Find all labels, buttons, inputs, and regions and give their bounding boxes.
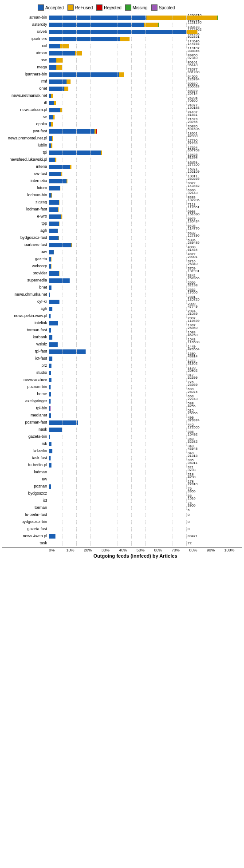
bar-row: wsisiz1165881449 <box>2 341 242 348</box>
bar-row: news.promontel.net.pl4203817790 <box>2 135 242 142</box>
bars-area <box>49 420 186 425</box>
bar-accepted <box>49 357 52 361</box>
bar-accepted <box>49 129 94 134</box>
bar-accepted <box>49 200 59 205</box>
bar-refused <box>55 158 56 162</box>
bars-area <box>49 463 186 468</box>
bars-area <box>49 477 186 482</box>
bar-accepted <box>49 207 58 212</box>
row-label: medianet <box>2 413 49 417</box>
row-label: fu-berlin-fast <box>2 513 49 517</box>
bar-refused <box>101 151 102 155</box>
bars-area <box>49 186 186 190</box>
bar-row: fu-berlin-fast0 <box>2 511 242 518</box>
bar-refused <box>51 264 51 269</box>
bar-refused <box>51 143 52 148</box>
row-label: provider <box>2 271 49 275</box>
bar-row: pwr-fast59169618661 <box>2 128 242 135</box>
legend-accepted: Accepted <box>38 4 64 11</box>
row-label: agh <box>2 229 49 233</box>
row-label: bydgoszcz-bin <box>2 520 49 524</box>
bar-row: supernedia2678662556 <box>2 277 242 284</box>
row-label: fu-berlin <box>2 449 49 453</box>
bar-accepted <box>49 307 52 311</box>
row-label: news.artcom.pl <box>2 108 49 112</box>
x-axis-title: Outgoing feeds (innfeed) by Articles <box>2 553 242 559</box>
bars-area <box>49 16 186 20</box>
bar-refused <box>52 136 53 141</box>
row-label: rmf <box>2 79 49 83</box>
bar-accepted <box>49 51 75 55</box>
bars-area <box>49 314 186 318</box>
row-label: opoka <box>2 122 49 126</box>
bar-value-label: 0 <box>188 527 189 531</box>
bars-area <box>49 115 186 119</box>
row-label: ipartners-fast <box>2 243 49 247</box>
chart-container: Accepted ReFused Rejected Missing Spoole… <box>0 0 244 576</box>
chart-main: atman-bin1260710913421astercity122119519… <box>2 14 242 559</box>
row-label: ict <box>2 499 49 503</box>
bar-row: bydgoszcz-bin0 <box>2 519 242 525</box>
bar-row: task72 <box>2 540 242 547</box>
bar-accepted <box>49 158 55 162</box>
x-tick-2: 20% <box>84 548 102 552</box>
bar-refused <box>51 94 53 98</box>
bar-accepted <box>49 300 59 304</box>
bars-area <box>49 136 186 141</box>
bar-accepted <box>49 58 56 63</box>
bar-accepted <box>49 349 86 354</box>
row-label: tpi-bin <box>2 406 49 410</box>
bar-refused <box>59 200 59 205</box>
bar-accepted <box>49 214 61 219</box>
x-tick-3: 30% <box>102 548 119 552</box>
row-label: news.4web.pl <box>2 534 49 538</box>
legend-box-rejected <box>96 4 102 11</box>
bar-row: poznan2781076 <box>2 483 242 490</box>
row-label: atman-bin <box>2 16 49 20</box>
bar-row: news.pekin.waw.pl210892007 <box>2 313 242 319</box>
bar-row: lodman-fast1176516998 <box>2 206 242 213</box>
row-label: silveb <box>2 30 49 34</box>
bar-row: gazeta-fast0 <box>2 526 242 532</box>
legend-label-refused: ReFused <box>75 5 93 10</box>
bar-row: tpi-fast4765641380 <box>2 348 242 355</box>
bars-area <box>49 357 186 361</box>
bars-area <box>49 158 186 162</box>
row-label: itl <box>2 101 49 105</box>
bars-area <box>49 165 186 169</box>
legend-refused: ReFused <box>67 4 93 11</box>
bar-row: agh1147705532 <box>2 227 242 234</box>
row-label: gazeta-bin <box>2 435 49 439</box>
row-label: rsk <box>2 442 49 446</box>
bar-row: fu-berlin43948340 <box>2 448 242 454</box>
bar-accepted <box>49 449 52 453</box>
bar-accepted <box>49 79 67 84</box>
bar-row: provider1319913342 <box>2 270 242 277</box>
bar-accepted <box>49 271 59 276</box>
bar-row: futuro1434626930 <box>2 185 242 191</box>
bars-area <box>49 293 186 297</box>
bar-row: pse9794980101 <box>2 57 242 63</box>
legend-box-spooled <box>151 4 157 11</box>
bar-row: ipartners922351119645 <box>2 36 242 42</box>
row-label: lodman-fast <box>2 207 49 211</box>
bars-area <box>49 243 186 247</box>
bar-refused <box>54 101 56 105</box>
bars-area <box>49 534 186 539</box>
bar-accepted <box>49 165 70 169</box>
row-label: intelink <box>2 321 49 325</box>
bar-row: opoka2876520895 <box>2 121 242 127</box>
bar-accepted <box>49 335 52 340</box>
x-tick-5: 50% <box>137 548 154 552</box>
row-label: mega <box>2 65 49 69</box>
bar-row: news.netmaniak.net2671426704 <box>2 92 242 99</box>
bars-area <box>49 342 186 347</box>
rows-section: atman-bin1260710913421astercity122119519… <box>2 14 242 547</box>
bar-row: itl7036024977 <box>2 99 242 106</box>
bar-row: onet20062849379 <box>2 85 242 92</box>
bar-accepted <box>49 278 70 283</box>
bar-refused <box>119 72 124 77</box>
bar-accepted <box>49 229 58 233</box>
bar-value-label: 0 <box>188 520 189 524</box>
bar-refused <box>186 30 197 34</box>
